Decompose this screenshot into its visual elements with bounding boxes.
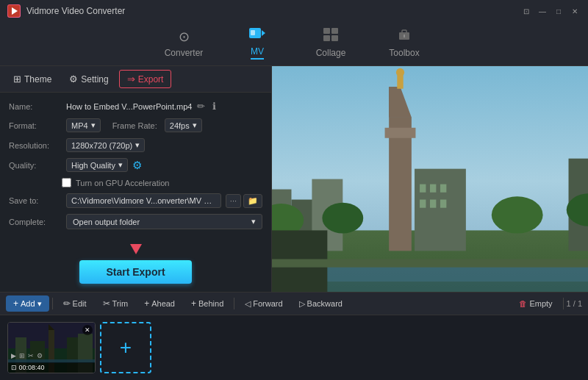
edit-icon: ✏	[63, 298, 71, 309]
saveto-actions: ··· 📁	[226, 194, 262, 208]
tab-toolbox[interactable]: Toolbox	[368, 22, 441, 66]
saveto-more-button[interactable]: ···	[226, 194, 241, 208]
tab-collage[interactable]: Collage	[294, 22, 368, 66]
theme-grid-icon: ⊞	[13, 74, 21, 85]
add-button[interactable]: + + Add Add ▾	[6, 295, 49, 312]
format-chevron-icon: ▾	[91, 121, 96, 130]
bottom-section: + + Add Add ▾ ✏ Edit ✂ Trim + Ahead + Be…	[0, 292, 588, 380]
mv-icon	[249, 26, 265, 43]
trim-button[interactable]: ✂ Trim	[96, 295, 136, 312]
add-plus-icon: +	[13, 298, 18, 309]
format-row: Format: MP4 ▾ Frame Rate: 24fps ▾	[9, 118, 262, 132]
tab-mv-label: MV	[251, 46, 264, 60]
info-icon[interactable]: ℹ	[210, 100, 218, 112]
timeline-play-icon[interactable]: ▶	[11, 352, 16, 359]
arrow-down-icon	[130, 244, 142, 254]
trim-icon: ✂	[103, 298, 110, 309]
framerate-label: Frame Rate:	[112, 121, 157, 130]
gpu-row: Turn on GPU Acceleration	[9, 178, 262, 187]
saveto-label: Save to:	[9, 196, 62, 205]
titlebar-controls[interactable]: ⊡ — □ ✕	[520, 5, 581, 17]
svg-rect-36	[440, 184, 446, 193]
tab-toolbox-label: Toolbox	[389, 48, 419, 58]
svg-rect-5	[323, 28, 330, 34]
edit-button[interactable]: ✏ Edit	[56, 295, 94, 312]
svg-point-25	[396, 68, 404, 76]
export-arrow-icon: ⇒	[127, 74, 135, 85]
name-value: How to Embed V...PowerPoint.mp4 ✏ ℹ	[66, 100, 218, 112]
add-media-button[interactable]: +	[100, 322, 151, 373]
svg-rect-17	[415, 169, 466, 251]
complete-select[interactable]: Open output folder ▾	[66, 214, 262, 229]
svg-rect-7	[323, 35, 330, 41]
quality-select[interactable]: High Quality ▾	[66, 158, 128, 172]
setting-gear-icon: ⚙	[69, 74, 78, 85]
svg-rect-42	[272, 259, 588, 268]
empty-button[interactable]: 🗑 🗑 Empty Empty	[512, 296, 559, 311]
trash-icon: 🗑	[519, 299, 527, 308]
bottom-toolbar: + + Add Add ▾ ✏ Edit ✂ Trim + Ahead + Be…	[0, 292, 588, 315]
name-row: Name: How to Embed V...PowerPoint.mp4 ✏ …	[9, 100, 262, 112]
quality-gear-icon[interactable]: ⚙	[132, 159, 142, 172]
timeline-duration: ⊡ 00:08:40	[11, 364, 45, 371]
ahead-button[interactable]: + Ahead	[137, 295, 182, 312]
timeline-item[interactable]: ✕ ⊡ 00:08:40 ▶ ⊞ ✂ ⚙	[7, 322, 96, 373]
add-chevron-icon: ▾	[37, 299, 42, 309]
subtab-theme-label: Theme	[24, 74, 51, 85]
subtab-export-label: Export	[138, 74, 164, 85]
svg-rect-21	[385, 128, 416, 138]
nav-tabs: ⊙ Converter MV Collage	[0, 22, 588, 66]
collage-icon	[323, 28, 338, 45]
backward-button[interactable]: ▷ Backward	[292, 296, 350, 312]
titlebar-left: Vidmore Video Converter	[7, 4, 125, 18]
app-title: Vidmore Video Converter	[26, 6, 125, 16]
svg-rect-4	[251, 30, 255, 35]
framerate-select[interactable]: 24fps ▾	[165, 118, 202, 132]
svg-rect-38	[430, 200, 436, 208]
saveto-path: C:\Vidmore\Vidmore V...onverter\MV Expor…	[66, 193, 221, 208]
timeline-close-button[interactable]: ✕	[82, 325, 93, 335]
quality-label: Quality:	[9, 161, 62, 170]
forward-button[interactable]: ◁ Forward	[237, 296, 290, 312]
resolution-select[interactable]: 1280x720 (720p) ▾	[66, 138, 145, 152]
converter-icon: ⊙	[179, 29, 190, 45]
svg-point-31	[492, 196, 543, 233]
svg-rect-35	[430, 184, 436, 193]
export-action: Start Export	[9, 235, 262, 290]
format-select[interactable]: MP4 ▾	[66, 118, 101, 132]
close-icon[interactable]: ✕	[569, 5, 581, 17]
gpu-label: Turn on GPU Acceleration	[76, 179, 169, 187]
gpu-checkbox[interactable]	[62, 178, 71, 187]
minimize-icon[interactable]: ⊡	[520, 5, 532, 17]
behind-icon: +	[191, 298, 196, 309]
backward-icon: ▷	[299, 299, 305, 309]
svg-marker-3	[262, 30, 265, 36]
svg-point-30	[322, 203, 363, 234]
start-export-button[interactable]: Start Export	[79, 260, 191, 284]
toolbar-sep-1	[52, 298, 53, 309]
svg-rect-37	[420, 200, 426, 208]
timeline-scissors-icon[interactable]: ✂	[28, 352, 34, 359]
saveto-folder-button[interactable]: 📁	[243, 194, 262, 208]
timeline-settings-icon[interactable]: ⚙	[37, 352, 43, 359]
resolution-label: Resolution:	[9, 141, 62, 150]
timeline-grid-icon[interactable]: ⊞	[19, 352, 25, 359]
subtab-theme[interactable]: ⊞ Theme	[6, 71, 59, 87]
forward-icon: ◁	[245, 299, 251, 309]
behind-button[interactable]: + Behind	[184, 295, 231, 312]
resolution-chevron-icon: ▾	[135, 140, 140, 150]
titlebar-dash-icon[interactable]: —	[537, 5, 548, 17]
toolbar-sep-3	[563, 298, 564, 309]
complete-row: Complete: Open output folder ▾	[9, 214, 262, 229]
timeline: ✕ ⊡ 00:08:40 ▶ ⊞ ✂ ⚙ +	[0, 315, 588, 380]
complete-label: Complete:	[9, 218, 62, 226]
subtab-setting[interactable]: ⚙ Setting	[62, 71, 115, 87]
maximize-icon[interactable]: □	[553, 5, 564, 17]
tab-mv[interactable]: MV	[220, 22, 294, 66]
edit-name-icon[interactable]: ✏	[195, 100, 207, 112]
app-icon	[7, 4, 21, 18]
quality-row: Quality: High Quality ▾ ⚙	[9, 158, 262, 172]
subtab-export[interactable]: ⇒ Export	[119, 70, 172, 88]
resolution-row: Resolution: 1280x720 (720p) ▾	[9, 138, 262, 152]
tab-converter[interactable]: ⊙ Converter	[147, 22, 220, 66]
